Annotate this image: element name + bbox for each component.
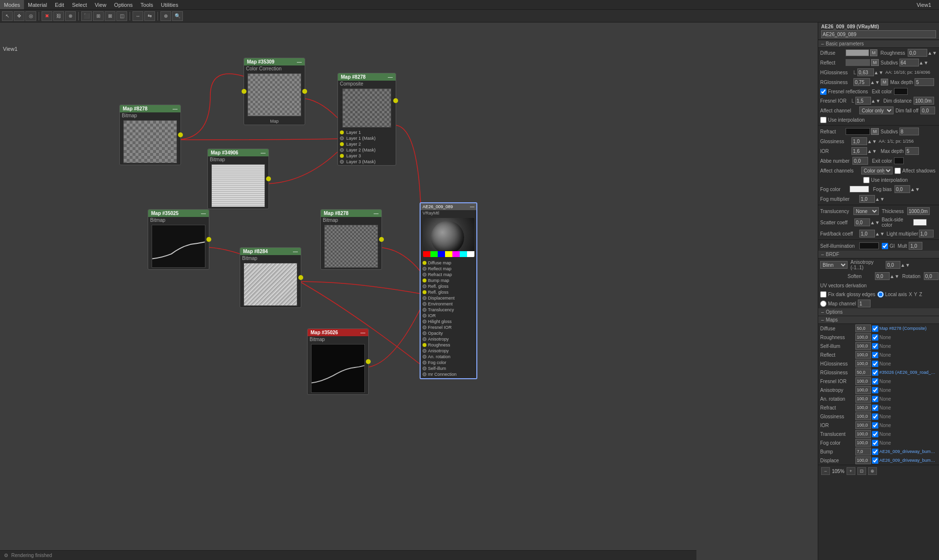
port-dot[interactable] — [423, 284, 426, 288]
port-dot[interactable] — [423, 361, 426, 365]
vray-close[interactable]: — — [470, 204, 474, 209]
maps-translucent-check[interactable] — [872, 431, 878, 437]
maps-refract-check[interactable] — [872, 405, 878, 411]
node-map8284[interactable]: Map #8284 — Bitmap — [240, 247, 301, 308]
fog-bias-arrow[interactable]: ▲▼ — [910, 187, 920, 192]
port-dot[interactable] — [340, 142, 344, 146]
maps-glossiness-amount[interactable] — [855, 412, 871, 420]
menu-options[interactable]: Options — [110, 0, 136, 9]
toolbar-btn4[interactable]: ✖ — [42, 11, 52, 21]
maps-ior-amount[interactable] — [855, 421, 871, 429]
node-map35026[interactable]: Map #35026 — Bitmap — [307, 328, 369, 395]
maps-translucent-amount[interactable] — [855, 430, 871, 438]
port-dot[interactable] — [423, 308, 426, 312]
local-axis-radio[interactable] — [877, 291, 884, 298]
menu-utilities[interactable]: Utilities — [157, 0, 182, 9]
fog-color-swatch[interactable] — [850, 186, 869, 193]
node-close[interactable]: — — [360, 330, 365, 335]
max-depth2-input[interactable] — [905, 147, 919, 155]
node-output-connector[interactable] — [366, 359, 371, 364]
local-axis-label[interactable]: Local axis — [877, 291, 907, 298]
node-input-connector[interactable] — [242, 89, 246, 94]
reflect-swatch[interactable] — [846, 59, 870, 66]
toolbar-btn14[interactable]: 🔍 — [172, 11, 183, 21]
rotation-input[interactable] — [924, 272, 939, 280]
scatter-arrow[interactable]: ▲▼ — [870, 220, 880, 225]
options-header[interactable]: – Options — [818, 308, 939, 316]
toolbar-btn11[interactable]: ↔ — [133, 11, 143, 21]
gi-label[interactable]: GI — [882, 243, 895, 249]
glossiness-input[interactable] — [851, 137, 867, 145]
zoom-fit-btn[interactable]: ⊡ — [857, 467, 866, 475]
refract-swatch[interactable] — [846, 128, 870, 135]
maps-anisotropy-check[interactable] — [872, 387, 878, 393]
fog-multiplier-input[interactable] — [859, 195, 875, 203]
toolbar-btn9[interactable]: ⊠ — [105, 11, 115, 21]
maps-hgloss-check[interactable] — [872, 361, 878, 367]
subdivs-input[interactable] — [899, 59, 919, 66]
menu-material[interactable]: Material — [24, 0, 51, 9]
node-close[interactable]: — — [293, 249, 298, 254]
abbe-input[interactable] — [852, 157, 868, 165]
anisotropy-arrow[interactable]: ▲▼ — [900, 262, 910, 268]
toolbar-btn5[interactable]: ⛓ — [53, 11, 64, 21]
port-dot[interactable] — [340, 148, 344, 152]
menu-edit[interactable]: Edit — [51, 0, 68, 9]
affect-channels2-select[interactable]: Color only — [861, 167, 893, 174]
vray-mtl-node[interactable]: AE26_009_089 — VRayMtl — [420, 202, 477, 379]
port-dot[interactable] — [423, 337, 426, 341]
node-output-connector[interactable] — [266, 176, 271, 181]
toolbar-btn7[interactable]: ⬛ — [81, 11, 92, 21]
node-close[interactable]: — — [388, 74, 393, 80]
menu-tools[interactable]: Tools — [136, 0, 157, 9]
zoom-out-btn[interactable]: – — [821, 467, 830, 475]
maps-ior-check[interactable] — [872, 422, 878, 429]
maps-rgloss-amount[interactable] — [855, 368, 871, 376]
port-dot[interactable] — [423, 273, 426, 277]
node-map35309[interactable]: Map #35309 — Color Correction Map — [244, 58, 305, 125]
reflect-m-btn[interactable]: M — [871, 59, 879, 66]
toolbar-btn12[interactable]: ⇆ — [144, 11, 155, 21]
port-dot[interactable] — [423, 320, 426, 323]
maps-hgloss-amount[interactable] — [855, 360, 871, 367]
view-dropdown-top[interactable]: View1 — [913, 2, 935, 8]
port-dot[interactable] — [423, 296, 426, 300]
use-interp2-label[interactable]: Use interpolation — [863, 177, 908, 183]
zoom-reset-btn[interactable]: ⊕ — [868, 467, 877, 475]
port-dot[interactable] — [340, 136, 344, 140]
maps-reflect-check[interactable] — [872, 352, 878, 358]
affect-shadows-label[interactable]: Affect shadows — [894, 168, 936, 174]
menu-view[interactable]: View — [91, 0, 111, 9]
fog-multiplier-arrow[interactable]: ▲▼ — [875, 196, 885, 202]
use-interp-label[interactable]: Use interpolation — [820, 117, 865, 123]
node-output-connector[interactable] — [393, 98, 398, 103]
anisotropy-input[interactable] — [886, 261, 900, 269]
port-dot[interactable] — [423, 261, 426, 265]
affect-channel-select[interactable]: Color only — [859, 107, 894, 114]
menu-select[interactable]: Select — [68, 0, 91, 9]
node-map35025[interactable]: Map #35025 — Bitmap — [148, 209, 209, 270]
max-depth-input[interactable] — [915, 78, 934, 86]
node-map34906[interactable]: Map #34906 — Bitmap — [207, 149, 269, 209]
soften-arrow[interactable]: ▲▼ — [890, 274, 899, 279]
fresnel-ior-input[interactable] — [855, 97, 871, 105]
toolbar-btn3[interactable]: ◎ — [25, 11, 36, 21]
glossiness-arrow[interactable]: ▲▼ — [867, 139, 877, 144]
subdivs-arrow[interactable]: ▲▼ — [919, 60, 929, 65]
soften-input[interactable] — [875, 272, 890, 280]
maps-refract-amount[interactable] — [855, 404, 871, 411]
maps-fogcolor-check[interactable] — [872, 440, 878, 446]
maps-bump-map[interactable]: AE26_009_driveway_bump_01.jpg — [879, 449, 937, 454]
maps-rgloss-check[interactable] — [872, 369, 878, 376]
fix-dark-label[interactable]: Fix dark glossy edges — [820, 291, 875, 298]
maps-fresnelior-amount[interactable] — [855, 377, 871, 385]
refract-subdivs-input[interactable] — [899, 128, 919, 135]
thickness-input[interactable] — [907, 207, 930, 215]
light-mult-input[interactable] — [919, 230, 934, 237]
fix-dark-checkbox[interactable] — [820, 291, 827, 298]
toolbar-btn8[interactable]: ⊞ — [93, 11, 104, 21]
map-channel-label[interactable]: Map channel — [820, 301, 856, 307]
ior-input[interactable] — [851, 147, 867, 155]
dim-fall-off-input[interactable] — [920, 107, 935, 114]
fresnel-checkbox-label[interactable]: Fresnel reflections — [820, 88, 868, 95]
